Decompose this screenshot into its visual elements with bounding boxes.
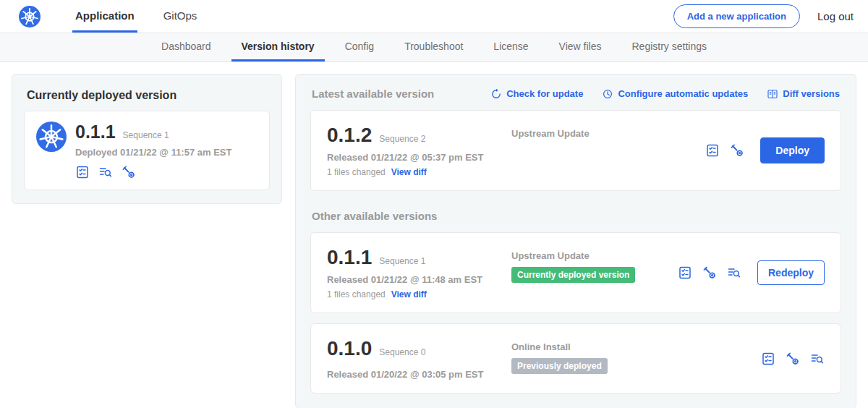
subnav-item-dashboard[interactable]: Dashboard bbox=[151, 33, 221, 61]
released-timestamp: Released 01/20/22 @ 03:05 pm EST bbox=[327, 369, 511, 380]
subnav-item-registry-settings[interactable]: Registry settings bbox=[622, 33, 717, 61]
subnav-item-version-history[interactable]: Version history bbox=[231, 33, 325, 61]
diff-lines-icon bbox=[810, 352, 825, 366]
version-source: Upstream Update bbox=[511, 250, 678, 261]
diff-versions-link[interactable]: Diff versions bbox=[767, 88, 840, 100]
checklist-icon bbox=[75, 165, 90, 179]
release-notes-button[interactable] bbox=[75, 165, 90, 179]
sequence-label: Sequence 1 bbox=[379, 256, 425, 266]
app-tabs: Application GitOps bbox=[61, 0, 211, 33]
edit-config-button[interactable] bbox=[786, 352, 800, 366]
tab-gitops-label: GitOps bbox=[163, 9, 197, 22]
sequence-label: Sequence 0 bbox=[379, 347, 425, 357]
view-diff-button[interactable] bbox=[810, 352, 825, 366]
tab-application[interactable]: Application bbox=[72, 0, 137, 33]
version-source: Upstream Update bbox=[511, 128, 705, 139]
edit-config-button[interactable] bbox=[122, 165, 136, 179]
edit-config-button[interactable] bbox=[702, 265, 717, 280]
subnav-label-registry-settings: Registry settings bbox=[632, 41, 707, 52]
checklist-icon bbox=[705, 143, 720, 158]
version-row-0-1-0: 0.1.0 Sequence 0 Released 01/20/22 @ 03:… bbox=[310, 323, 841, 394]
version-number: 0.1.2 bbox=[327, 124, 372, 147]
other-available-title: Other available versions bbox=[310, 210, 841, 222]
wrench-gear-icon bbox=[122, 165, 136, 179]
configure-automatic-updates-link[interactable]: Configure automatic updates bbox=[602, 88, 748, 100]
version-source: Online Install bbox=[511, 341, 761, 352]
check-for-update-label: Check for update bbox=[506, 88, 583, 99]
configure-updates-label: Configure automatic updates bbox=[618, 88, 748, 99]
previously-deployed-badge: Previously deployed bbox=[511, 358, 608, 374]
subnav-item-view-files[interactable]: View files bbox=[549, 33, 612, 61]
edit-config-button[interactable] bbox=[730, 143, 744, 158]
files-changed-label: 1 files changed bbox=[327, 289, 386, 299]
subnav-label-config: Config bbox=[345, 41, 374, 52]
subnav-label-troubleshoot: Troubleshoot bbox=[404, 41, 463, 52]
latest-available-title: Latest available version bbox=[312, 88, 434, 100]
check-for-update-link[interactable]: Check for update bbox=[490, 88, 583, 100]
view-diff-button[interactable] bbox=[98, 165, 113, 179]
kubernetes-wheel-icon bbox=[19, 6, 41, 27]
wrench-gear-icon bbox=[730, 143, 744, 158]
deployed-version-number: 0.1.1 bbox=[75, 122, 116, 143]
version-number: 0.1.1 bbox=[327, 246, 372, 269]
deployed-sequence-label: Sequence 1 bbox=[123, 130, 169, 140]
redeploy-button[interactable]: Redeploy bbox=[757, 260, 825, 285]
files-changed-label: 1 files changed bbox=[327, 167, 386, 177]
diff-lines-icon bbox=[727, 265, 741, 280]
diff-grid-icon bbox=[767, 88, 778, 100]
deployed-version-card: 0.1.1 Sequence 1 Deployed 01/21/22 @ 11:… bbox=[24, 111, 270, 190]
currently-deployed-title: Currently deployed version bbox=[24, 86, 270, 102]
subnav-item-license[interactable]: License bbox=[483, 33, 538, 61]
release-notes-button[interactable] bbox=[678, 265, 692, 280]
deployed-timestamp: Deployed 01/21/22 @ 11:57 am EST bbox=[75, 147, 231, 158]
view-diff-link[interactable]: View diff bbox=[391, 167, 427, 177]
top-bar: Application GitOps Add a new application… bbox=[0, 0, 868, 33]
logout-link[interactable]: Log out bbox=[817, 10, 854, 22]
view-diff-button[interactable] bbox=[727, 265, 741, 280]
currently-deployed-badge: Currently deployed version bbox=[511, 267, 635, 283]
tab-application-label: Application bbox=[75, 9, 135, 22]
admin-console-page: Application GitOps Add a new application… bbox=[0, 0, 868, 408]
deploy-button[interactable]: Deploy bbox=[760, 137, 825, 163]
release-notes-button[interactable] bbox=[761, 352, 775, 366]
released-timestamp: Released 01/21/22 @ 11:48 am EST bbox=[327, 274, 511, 285]
subnav-item-troubleshoot[interactable]: Troubleshoot bbox=[394, 33, 473, 61]
clock-icon bbox=[602, 88, 613, 100]
app-subnav: Dashboard Version history Config Trouble… bbox=[0, 33, 868, 62]
app-icon bbox=[36, 122, 67, 152]
release-notes-button[interactable] bbox=[705, 143, 720, 158]
subnav-item-config[interactable]: Config bbox=[335, 33, 384, 61]
checklist-icon bbox=[678, 265, 692, 280]
version-row-0-1-1: 0.1.1 Sequence 1 Released 01/21/22 @ 11:… bbox=[310, 232, 841, 313]
tab-gitops[interactable]: GitOps bbox=[161, 0, 200, 33]
view-diff-link[interactable]: View diff bbox=[391, 289, 427, 299]
released-timestamp: Released 01/21/22 @ 05:37 pm EST bbox=[327, 152, 511, 163]
currently-deployed-panel: Currently deployed version 0.1.1 Sequenc… bbox=[12, 74, 282, 204]
checklist-icon bbox=[761, 352, 775, 366]
version-number: 0.1.0 bbox=[327, 337, 372, 360]
subnav-label-version-history: Version history bbox=[242, 41, 315, 52]
diff-versions-label: Diff versions bbox=[783, 88, 840, 99]
wrench-gear-icon bbox=[786, 352, 800, 366]
version-row-latest: 0.1.2 Sequence 2 Released 01/21/22 @ 05:… bbox=[310, 110, 841, 191]
kubernetes-logo[interactable] bbox=[19, 0, 41, 33]
main-content: Currently deployed version 0.1.1 Sequenc… bbox=[0, 62, 868, 408]
add-application-button[interactable]: Add a new application bbox=[673, 4, 800, 28]
versions-panel: Latest available version Check for updat… bbox=[295, 74, 856, 408]
subnav-label-dashboard: Dashboard bbox=[161, 41, 211, 52]
wrench-gear-icon bbox=[702, 265, 717, 280]
subnav-label-license: License bbox=[493, 41, 528, 52]
diff-lines-icon bbox=[98, 165, 113, 179]
sequence-label: Sequence 2 bbox=[379, 134, 425, 144]
subnav-label-view-files: View files bbox=[559, 41, 602, 52]
refresh-icon bbox=[490, 88, 502, 100]
